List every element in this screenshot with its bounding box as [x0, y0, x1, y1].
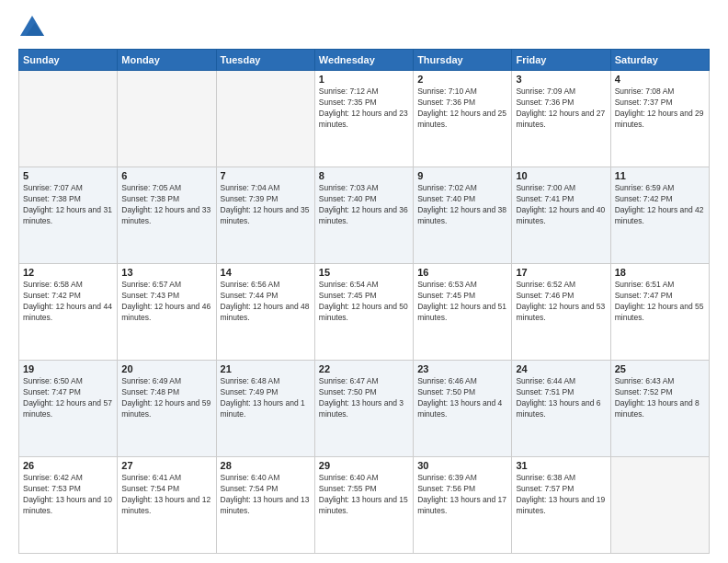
calendar-day-cell: 27Sunrise: 6:41 AMSunset: 7:54 PMDayligh…	[118, 457, 216, 554]
day-info: Sunrise: 6:40 AMSunset: 7:54 PMDaylight:…	[221, 473, 311, 517]
day-number: 31	[516, 460, 606, 471]
day-number: 3	[516, 74, 606, 85]
calendar-day-cell: 5Sunrise: 7:07 AMSunset: 7:38 PMDaylight…	[19, 167, 118, 264]
day-info: Sunrise: 6:50 AMSunset: 7:47 PMDaylight:…	[23, 376, 113, 420]
day-info: Sunrise: 6:53 AMSunset: 7:45 PMDaylight:…	[417, 280, 507, 324]
day-number: 23	[417, 363, 507, 374]
calendar-day-cell: 11Sunrise: 6:59 AMSunset: 7:42 PMDayligh…	[610, 167, 709, 264]
calendar-day-cell: 4Sunrise: 7:08 AMSunset: 7:37 PMDaylight…	[610, 71, 709, 167]
day-info: Sunrise: 6:43 AMSunset: 7:52 PMDaylight:…	[615, 376, 705, 420]
calendar-day-cell: 22Sunrise: 6:47 AMSunset: 7:50 PMDayligh…	[314, 361, 413, 457]
day-info: Sunrise: 6:46 AMSunset: 7:50 PMDaylight:…	[417, 376, 507, 420]
calendar-week-row: 12Sunrise: 6:58 AMSunset: 7:42 PMDayligh…	[19, 264, 710, 361]
day-number: 30	[417, 460, 507, 471]
calendar-week-row: 5Sunrise: 7:07 AMSunset: 7:38 PMDaylight…	[19, 167, 710, 264]
day-info: Sunrise: 7:04 AMSunset: 7:39 PMDaylight:…	[221, 183, 311, 227]
day-info: Sunrise: 6:57 AMSunset: 7:43 PMDaylight:…	[121, 280, 211, 324]
day-number: 5	[23, 170, 113, 181]
weekday-header: Sunday	[19, 50, 118, 71]
calendar-day-cell	[19, 71, 118, 167]
day-info: Sunrise: 7:09 AMSunset: 7:36 PMDaylight:…	[516, 86, 606, 131]
day-number: 21	[221, 363, 311, 374]
calendar-day-cell: 9Sunrise: 7:02 AMSunset: 7:40 PMDaylight…	[414, 167, 512, 264]
day-number: 2	[417, 74, 507, 85]
day-number: 22	[319, 363, 409, 374]
day-info: Sunrise: 6:38 AMSunset: 7:57 PMDaylight:…	[516, 473, 606, 517]
day-number: 16	[417, 267, 507, 278]
day-info: Sunrise: 6:42 AMSunset: 7:53 PMDaylight:…	[23, 473, 113, 517]
day-number: 29	[319, 460, 409, 471]
calendar-day-cell: 1Sunrise: 7:12 AMSunset: 7:35 PMDaylight…	[314, 71, 413, 167]
calendar-day-cell: 20Sunrise: 6:49 AMSunset: 7:48 PMDayligh…	[118, 361, 216, 457]
calendar-day-cell: 16Sunrise: 6:53 AMSunset: 7:45 PMDayligh…	[414, 264, 512, 361]
day-info: Sunrise: 6:51 AMSunset: 7:47 PMDaylight:…	[615, 280, 705, 324]
day-number: 1	[319, 74, 409, 85]
day-number: 27	[121, 460, 211, 471]
weekday-header: Friday	[512, 50, 610, 71]
calendar-day-cell: 7Sunrise: 7:04 AMSunset: 7:39 PMDaylight…	[216, 167, 314, 264]
day-info: Sunrise: 6:54 AMSunset: 7:45 PMDaylight:…	[319, 280, 409, 324]
day-info: Sunrise: 6:40 AMSunset: 7:55 PMDaylight:…	[319, 473, 409, 517]
day-number: 6	[121, 170, 211, 181]
weekday-header: Saturday	[610, 50, 709, 71]
calendar-week-row: 1Sunrise: 7:12 AMSunset: 7:35 PMDaylight…	[19, 71, 710, 167]
day-info: Sunrise: 7:05 AMSunset: 7:38 PMDaylight:…	[121, 183, 211, 227]
day-info: Sunrise: 6:58 AMSunset: 7:42 PMDaylight:…	[23, 280, 113, 324]
day-number: 24	[516, 363, 606, 374]
day-number: 25	[615, 363, 705, 374]
day-number: 12	[23, 267, 113, 278]
day-number: 19	[23, 363, 113, 374]
day-number: 9	[417, 170, 507, 181]
day-info: Sunrise: 6:49 AMSunset: 7:48 PMDaylight:…	[121, 376, 211, 420]
day-number: 10	[516, 170, 606, 181]
calendar-day-cell	[216, 71, 314, 167]
calendar-day-cell: 31Sunrise: 6:38 AMSunset: 7:57 PMDayligh…	[512, 457, 610, 554]
day-info: Sunrise: 6:41 AMSunset: 7:54 PMDaylight:…	[121, 473, 211, 517]
calendar-day-cell: 21Sunrise: 6:48 AMSunset: 7:49 PMDayligh…	[216, 361, 314, 457]
calendar-day-cell: 29Sunrise: 6:40 AMSunset: 7:55 PMDayligh…	[314, 457, 413, 554]
day-number: 26	[23, 460, 113, 471]
day-number: 28	[221, 460, 311, 471]
day-info: Sunrise: 7:00 AMSunset: 7:41 PMDaylight:…	[516, 183, 606, 227]
day-number: 20	[121, 363, 211, 374]
logo	[18, 14, 50, 41]
calendar-day-cell: 24Sunrise: 6:44 AMSunset: 7:51 PMDayligh…	[512, 361, 610, 457]
calendar-day-cell: 23Sunrise: 6:46 AMSunset: 7:50 PMDayligh…	[414, 361, 512, 457]
calendar-day-cell: 28Sunrise: 6:40 AMSunset: 7:54 PMDayligh…	[216, 457, 314, 554]
day-info: Sunrise: 6:59 AMSunset: 7:42 PMDaylight:…	[615, 183, 705, 227]
day-number: 7	[221, 170, 311, 181]
calendar-day-cell	[118, 71, 216, 167]
calendar-table: SundayMondayTuesdayWednesdayThursdayFrid…	[18, 49, 710, 554]
day-number: 17	[516, 267, 606, 278]
weekday-header: Wednesday	[314, 50, 413, 71]
day-info: Sunrise: 7:12 AMSunset: 7:35 PMDaylight:…	[319, 86, 409, 131]
day-number: 18	[615, 267, 705, 278]
day-info: Sunrise: 7:10 AMSunset: 7:36 PMDaylight:…	[417, 86, 507, 131]
day-number: 15	[319, 267, 409, 278]
day-number: 14	[221, 267, 311, 278]
calendar-week-row: 19Sunrise: 6:50 AMSunset: 7:47 PMDayligh…	[19, 361, 710, 457]
day-info: Sunrise: 6:39 AMSunset: 7:56 PMDaylight:…	[417, 473, 507, 517]
day-info: Sunrise: 6:44 AMSunset: 7:51 PMDaylight:…	[516, 376, 606, 420]
weekday-header: Tuesday	[216, 50, 314, 71]
day-info: Sunrise: 7:08 AMSunset: 7:37 PMDaylight:…	[615, 86, 705, 131]
calendar-day-cell: 6Sunrise: 7:05 AMSunset: 7:38 PMDaylight…	[118, 167, 216, 264]
logo-icon	[18, 14, 46, 41]
calendar-day-cell: 17Sunrise: 6:52 AMSunset: 7:46 PMDayligh…	[512, 264, 610, 361]
calendar-day-cell: 25Sunrise: 6:43 AMSunset: 7:52 PMDayligh…	[610, 361, 709, 457]
calendar-day-cell: 30Sunrise: 6:39 AMSunset: 7:56 PMDayligh…	[414, 457, 512, 554]
day-info: Sunrise: 7:03 AMSunset: 7:40 PMDaylight:…	[319, 183, 409, 227]
calendar-day-cell	[610, 457, 709, 554]
calendar-day-cell: 19Sunrise: 6:50 AMSunset: 7:47 PMDayligh…	[19, 361, 118, 457]
calendar-day-cell: 18Sunrise: 6:51 AMSunset: 7:47 PMDayligh…	[610, 264, 709, 361]
day-info: Sunrise: 6:48 AMSunset: 7:49 PMDaylight:…	[221, 376, 311, 420]
day-number: 11	[615, 170, 705, 181]
day-info: Sunrise: 6:56 AMSunset: 7:44 PMDaylight:…	[221, 280, 311, 324]
day-info: Sunrise: 7:07 AMSunset: 7:38 PMDaylight:…	[23, 183, 113, 227]
day-number: 4	[615, 74, 705, 85]
day-info: Sunrise: 6:52 AMSunset: 7:46 PMDaylight:…	[516, 280, 606, 324]
calendar-day-cell: 10Sunrise: 7:00 AMSunset: 7:41 PMDayligh…	[512, 167, 610, 264]
calendar-week-row: 26Sunrise: 6:42 AMSunset: 7:53 PMDayligh…	[19, 457, 710, 554]
calendar-day-cell: 8Sunrise: 7:03 AMSunset: 7:40 PMDaylight…	[314, 167, 413, 264]
calendar-day-cell: 12Sunrise: 6:58 AMSunset: 7:42 PMDayligh…	[19, 264, 118, 361]
